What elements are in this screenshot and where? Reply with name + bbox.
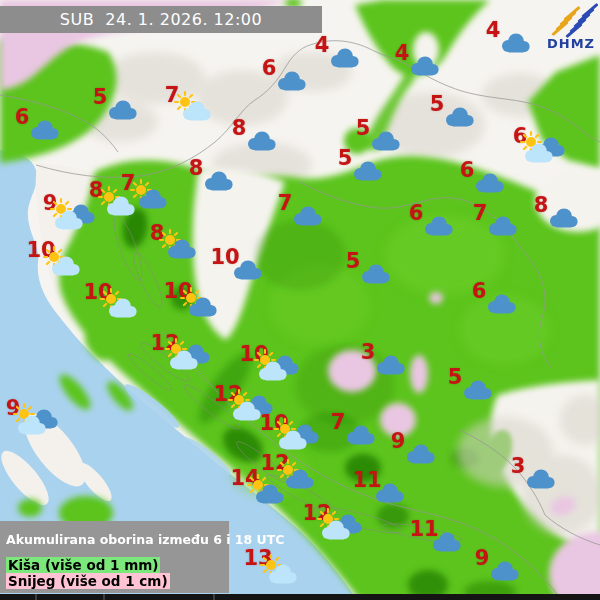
weather-icon — [394, 45, 458, 91]
cloud-icon — [491, 562, 519, 581]
weather-icon — [471, 283, 535, 329]
cloud-icon — [372, 132, 400, 151]
weather-icon — [88, 182, 152, 228]
datetime-text: SUB 24. 1. 2026. 12:00 — [60, 10, 262, 29]
weather-icon — [149, 225, 213, 271]
cloud-icon — [362, 265, 390, 284]
cloud-icon — [411, 57, 439, 76]
datetime-bar: SUB 24. 1. 2026. 12:00 — [0, 6, 322, 33]
weather-icon — [5, 400, 69, 446]
cloud-icon — [489, 217, 517, 236]
cloud-icon — [407, 445, 435, 464]
weather-icon — [474, 550, 538, 596]
cloud-icon — [331, 49, 359, 68]
cloud-icon — [109, 101, 137, 120]
cloud-icon — [433, 533, 461, 552]
weather-icon — [309, 505, 373, 551]
cloud-icon — [354, 162, 382, 181]
timeline-tick — [103, 594, 105, 600]
weather-icon — [157, 335, 221, 381]
cloud-icon — [376, 484, 404, 503]
legend-snow-label: Snijeg (više od 1 cm) — [6, 573, 229, 589]
dhmz-logo-text: DHMZ — [546, 36, 596, 51]
weather-icon — [459, 162, 523, 208]
cloud-icon — [205, 172, 233, 191]
weather-icon — [330, 414, 394, 460]
weather-icon — [408, 205, 472, 251]
weather-icon — [337, 150, 401, 196]
weather-icon — [447, 369, 511, 415]
cloud-icon — [31, 121, 59, 140]
weather-icon — [345, 253, 409, 299]
cloud-icon — [425, 217, 453, 236]
legend-rain-swatch: Kiša (više od 1 mm) — [6, 557, 160, 573]
weather-icon — [429, 96, 493, 142]
weather-icon — [14, 109, 78, 155]
legend-rain-label: Kiša (više od 1 mm) — [6, 557, 229, 573]
weather-icon — [314, 37, 378, 83]
cloud-icon — [488, 295, 516, 314]
cloud-icon — [347, 426, 375, 445]
weather-icon — [237, 470, 301, 516]
cloud-icon — [476, 174, 504, 193]
dhmz-logo: DHMZ — [544, 3, 598, 51]
weather-icon — [90, 284, 154, 330]
timeline-tick — [35, 594, 37, 600]
dhmz-logo-stripes — [544, 3, 598, 39]
cloud-icon — [278, 72, 306, 91]
legend-title: Akumulirana oborina između 6 i 18 UTC — [6, 532, 229, 547]
legend-snow-swatch: Snijeg (više od 1 cm) — [6, 573, 170, 589]
timeline-tick — [213, 594, 215, 600]
weather-icon — [277, 195, 341, 241]
weather-icon — [510, 458, 574, 504]
weather-icon — [485, 22, 549, 68]
weather-icon — [164, 87, 228, 133]
weather-icon — [472, 205, 536, 251]
cloud-icon — [234, 261, 262, 280]
cloud-icon — [294, 207, 322, 226]
cloud-icon — [377, 356, 405, 375]
cloud-icon — [550, 209, 578, 228]
cloud-icon — [527, 470, 555, 489]
precipitation-legend: Akumulirana oborina između 6 i 18 UTC Ki… — [0, 521, 229, 593]
weather-icon — [92, 89, 156, 135]
weather-icon — [360, 344, 424, 390]
cloud-icon — [464, 381, 492, 400]
weather-icon — [188, 160, 252, 206]
cloud-icon — [502, 34, 530, 53]
cloud-icon — [446, 108, 474, 127]
timeline-bar[interactable] — [0, 594, 600, 600]
weather-icon — [533, 197, 597, 243]
weather-icon — [250, 550, 314, 596]
weather-icon — [416, 521, 480, 567]
cloud-icon — [248, 132, 276, 151]
weather-icon — [217, 249, 281, 295]
